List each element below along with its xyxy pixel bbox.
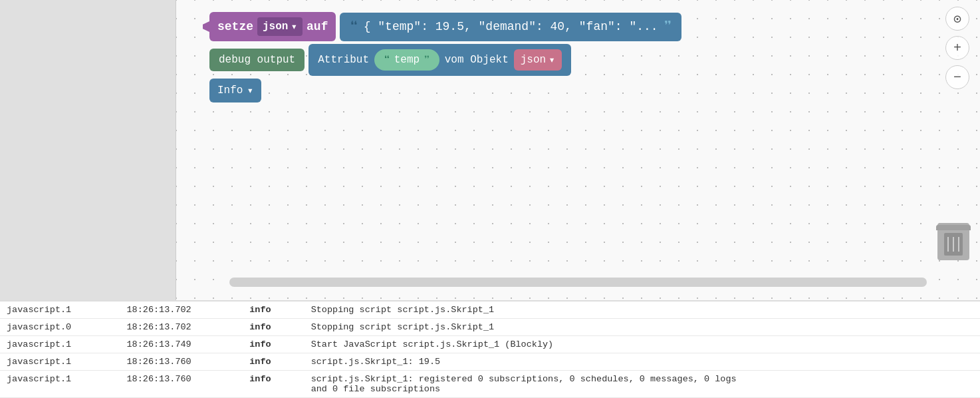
log-message: script.js.Skript_1: 19.5	[305, 353, 980, 371]
log-level: info	[243, 301, 304, 319]
json-var2-label: json	[521, 54, 546, 66]
block-setze[interactable]: setze json ▾ auf	[209, 12, 336, 41]
block-string-value[interactable]: ❝ { "temp": 19.5, "demand": 40, "fan": "…	[340, 13, 681, 41]
json-var-label: json	[263, 21, 288, 33]
block-row-debug: debug output Attribut ❝ temp ❞ vom Objek…	[209, 44, 681, 76]
zoom-out-button[interactable]: −	[945, 65, 969, 89]
string-content: { "temp": 19.5, "demand": 40, "fan": "..…	[364, 20, 658, 33]
open-quote-icon: ❝	[349, 18, 358, 36]
log-source: javascript.0	[0, 319, 120, 336]
log-message: Start JavaScript script.js.Skript_1 (Blo…	[305, 336, 980, 353]
debug-label: debug output	[219, 54, 295, 66]
log-source: javascript.1	[0, 371, 120, 398]
dropdown-arrow-icon: ▾	[291, 20, 297, 33]
log-time: 18:26:13.749	[120, 336, 243, 353]
canvas[interactable]: setze json ▾ auf ❝ { "temp": 19.5, "dema…	[176, 0, 980, 300]
log-source: javascript.1	[0, 301, 120, 319]
open-quote2-icon: ❝	[384, 53, 390, 67]
log-time: 18:26:13.760	[120, 353, 243, 371]
block-row-info: Info ▾	[209, 79, 681, 102]
trash-lid-icon	[936, 225, 971, 230]
setze-label: setze	[217, 20, 253, 33]
block-info[interactable]: Info ▾	[209, 79, 261, 102]
blocks-container: setze json ▾ auf ❝ { "temp": 19.5, "dema…	[209, 12, 681, 105]
block-row-setze: setze json ▾ auf ❝ { "temp": 19.5, "dema…	[209, 12, 681, 41]
block-debug[interactable]: debug output	[209, 49, 305, 71]
zoom-in-button[interactable]: +	[945, 36, 969, 60]
block-temp-value[interactable]: ❝ temp ❞	[374, 49, 439, 71]
info-label: Info	[217, 85, 243, 97]
fit-button[interactable]: ⊙	[945, 7, 969, 31]
log-level: info	[243, 336, 304, 353]
blockly-workspace: setze json ▾ auf ❝ { "temp": 19.5, "dema…	[0, 0, 980, 300]
sidebar	[0, 0, 176, 300]
log-source: javascript.1	[0, 353, 120, 371]
log-source: javascript.1	[0, 336, 120, 353]
log-time: 18:26:13.702	[120, 301, 243, 319]
log-message: Stopping script script.js.Skript_1	[305, 301, 980, 319]
close-quote-icon: ❞	[664, 18, 672, 36]
block-json-dropdown[interactable]: json ▾	[257, 17, 303, 36]
temp-label: temp	[394, 54, 420, 66]
horizontal-scrollbar[interactable]	[229, 278, 927, 287]
log-area: javascript.1 18:26:13.702 info Stopping …	[0, 300, 980, 398]
dropdown-arrow2-icon: ▾	[549, 53, 555, 67]
log-row: javascript.0 18:26:13.702 info Stopping …	[0, 319, 980, 336]
block-attribut[interactable]: Attribut ❝ temp ❞ vom Objekt json ▾	[308, 44, 571, 76]
close-quote2-icon: ❞	[424, 53, 430, 67]
log-level: info	[243, 353, 304, 371]
log-time: 18:26:13.702	[120, 319, 243, 336]
log-row: javascript.1 18:26:13.702 info Stopping …	[0, 301, 980, 319]
auf-label: auf	[306, 20, 328, 33]
trash-button[interactable]	[937, 223, 969, 260]
log-time: 18:26:13.760	[120, 371, 243, 398]
log-row: javascript.1 18:26:13.760 info script.js…	[0, 353, 980, 371]
trash-body-icon	[941, 232, 965, 258]
log-message: script.js.Skript_1: registered 0 subscri…	[305, 371, 980, 398]
block-json-var2[interactable]: json ▾	[514, 49, 562, 71]
log-table: javascript.1 18:26:13.702 info Stopping …	[0, 301, 980, 398]
canvas-controls: ⊙ + −	[945, 7, 969, 89]
attribut-label: Attribut	[318, 54, 369, 66]
log-level: info	[243, 371, 304, 398]
log-message: Stopping script script.js.Skript_1	[305, 319, 980, 336]
log-row: javascript.1 18:26:13.760 info script.js…	[0, 371, 980, 398]
log-level: info	[243, 319, 304, 336]
log-row: javascript.1 18:26:13.749 info Start Jav…	[0, 336, 980, 353]
vom-objekt-label: vom Objekt	[445, 54, 509, 66]
dropdown-arrow3-icon: ▾	[247, 84, 253, 97]
